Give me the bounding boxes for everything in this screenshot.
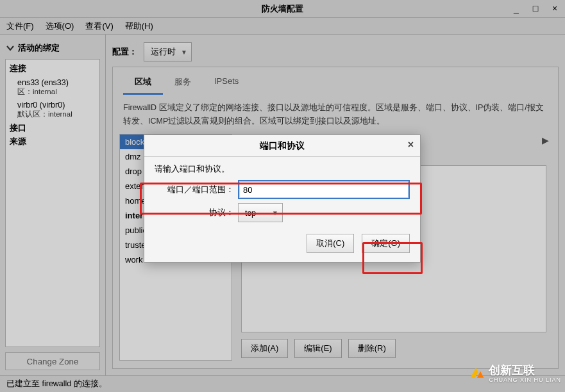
menu-help[interactable]: 帮助(H) [125, 20, 153, 32]
dialog-close-icon[interactable]: × [408, 139, 414, 151]
bindings-title: 活动的绑定 [18, 42, 60, 54]
group-sources: 来源 [10, 136, 96, 147]
dialog-buttons: 取消(C) 确定(O) [155, 234, 410, 253]
maximize-button[interactable]: □ [529, 2, 542, 15]
add-button[interactable]: 添加(A) [241, 339, 288, 358]
connections-list[interactable]: 连接 ens33 (ens33) 区：internal virbr0 (virb… [5, 59, 100, 347]
conn-zone-virbr0: 默认区：internal [10, 110, 96, 122]
dialog-body: 请输入端口和协议。 端口／端口范围： 协议： tcp ▼ 取消(C) 确定(O) [144, 157, 420, 262]
watermark-logo-icon [468, 364, 485, 381]
conn-item-virbr0[interactable]: virbr0 (virbr0) [10, 99, 96, 110]
protocol-label: 协议： [155, 207, 234, 218]
protocol-value: tcp [245, 208, 256, 218]
subtab-more-icon[interactable]: ▶ [542, 135, 549, 145]
main-tabs: 区域 服务 IPSets [113, 67, 558, 95]
protocol-combo[interactable]: tcp ▼ [238, 203, 283, 222]
watermark-text: 创新互联 [489, 364, 535, 377]
bindings-header[interactable]: 活动的绑定 [5, 40, 100, 59]
ok-button[interactable]: 确定(O) [362, 234, 410, 253]
dialog-title: 端口和协议 [260, 140, 305, 152]
port-input[interactable] [238, 180, 410, 199]
config-combo[interactable]: 运行时 ▼ [144, 42, 192, 61]
menubar: 文件(F) 选项(O) 查看(V) 帮助(H) [0, 18, 565, 35]
conn-item-ens33[interactable]: ens33 (ens33) [10, 77, 96, 87]
tab-services[interactable]: 服务 [163, 71, 203, 95]
edit-button[interactable]: 编辑(E) [294, 339, 341, 358]
config-row: 配置： 运行时 ▼ [112, 42, 559, 61]
port-row: 端口／端口范围： [155, 180, 410, 199]
window-buttons: _ □ × [510, 2, 561, 15]
group-interfaces: 接口 [10, 123, 96, 134]
port-buttons: 添加(A) 编辑(E) 删除(R) [236, 332, 552, 361]
tab-zones[interactable]: 区域 [123, 71, 163, 95]
close-button[interactable]: × [548, 2, 561, 15]
change-zone-button[interactable]: Change Zone [5, 352, 100, 370]
config-label: 配置： [112, 46, 137, 58]
cancel-button[interactable]: 取消(C) [307, 234, 354, 253]
watermark: 创新互联 CHUANG XIN HU LIAN [468, 363, 561, 383]
group-connections: 连接 [10, 63, 96, 74]
menu-options[interactable]: 选项(O) [46, 20, 74, 32]
port-dialog: 端口和协议 × 请输入端口和协议。 端口／端口范围： 协议： tcp ▼ 取消(… [144, 135, 421, 263]
tab-ipsets[interactable]: IPSets [203, 71, 250, 95]
protocol-row: 协议： tcp ▼ [155, 203, 410, 222]
dialog-prompt: 请输入端口和协议。 [155, 163, 410, 175]
titlebar: 防火墙配置 _ □ × [0, 0, 565, 18]
dialog-titlebar: 端口和协议 × [144, 135, 420, 157]
conn-zone-ens33: 区：internal [10, 87, 96, 99]
chevron-down-icon [6, 44, 14, 52]
dropdown-icon: ▼ [181, 49, 187, 56]
dropdown-icon: ▼ [272, 209, 278, 216]
delete-button[interactable]: 删除(R) [348, 339, 396, 358]
menu-view[interactable]: 查看(V) [85, 20, 113, 32]
left-panel: 活动的绑定 连接 ens33 (ens33) 区：internal virbr0… [0, 35, 106, 375]
zone-description: FirewallD 区域定义了绑定的网络连接、接口以及源地址的可信程度。区域是服… [113, 95, 558, 134]
watermark-sub: CHUANG XIN HU LIAN [489, 377, 561, 383]
menu-file[interactable]: 文件(F) [6, 20, 34, 32]
minimize-button[interactable]: _ [510, 2, 523, 15]
port-label: 端口／端口范围： [155, 184, 234, 195]
config-value: 运行时 [151, 46, 176, 58]
window-title: 防火墙配置 [262, 3, 303, 15]
